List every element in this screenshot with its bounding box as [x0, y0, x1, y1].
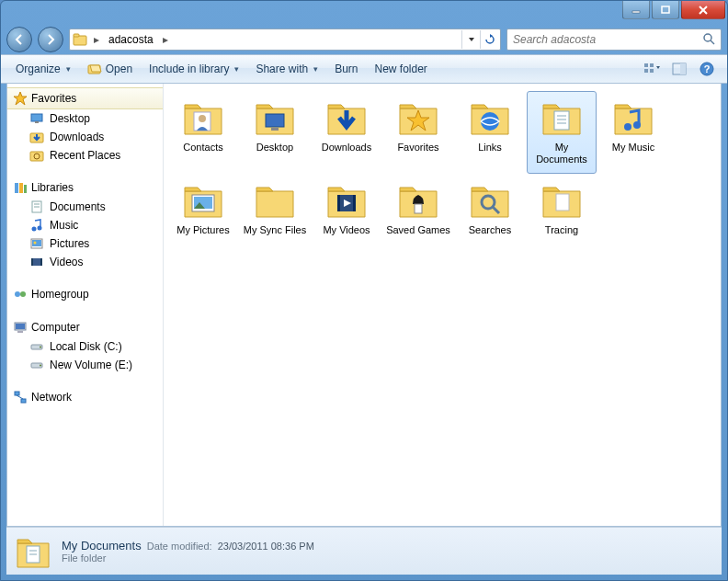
- address-bar[interactable]: ▸ adacosta ▸: [69, 28, 501, 51]
- item-my-sync[interactable]: My Sync Files: [240, 174, 310, 256]
- forward-button[interactable]: [38, 27, 63, 52]
- nav-documents[interactable]: Documents: [7, 198, 163, 216]
- help-button[interactable]: ?: [694, 58, 720, 80]
- svg-rect-10: [650, 69, 654, 73]
- nav-recent[interactable]: Recent Places: [7, 146, 163, 165]
- user-folder-icon: [72, 31, 88, 48]
- svg-rect-60: [337, 195, 340, 211]
- search-input[interactable]: [513, 33, 702, 46]
- svg-point-30: [34, 242, 37, 245]
- folder-icon: [611, 96, 655, 140]
- details-type: File folder: [62, 553, 314, 564]
- nav-local-disk-c[interactable]: Local Disk (C:): [7, 337, 163, 356]
- navigation-pane[interactable]: Favorites Desktop Downloads Recent Place…: [7, 84, 164, 526]
- videos-icon: [29, 255, 44, 269]
- documents-icon: [29, 199, 44, 214]
- share-with-button[interactable]: Share with: [248, 59, 325, 79]
- network-icon: [13, 390, 28, 404]
- nav-downloads[interactable]: Downloads: [7, 128, 163, 146]
- history-dropdown[interactable]: [461, 30, 480, 49]
- include-library-button[interactable]: Include in library: [142, 59, 246, 79]
- minimize-button[interactable]: [622, 1, 650, 19]
- body-area: Favorites Desktop Downloads Recent Place…: [6, 84, 722, 527]
- svg-point-40: [40, 347, 41, 348]
- item-my-music[interactable]: My Music: [598, 91, 668, 174]
- item-searches[interactable]: Searches: [455, 174, 525, 256]
- folder-icon: [253, 96, 297, 140]
- item-contacts[interactable]: Contacts: [168, 91, 238, 174]
- nav-network-header[interactable]: Network: [7, 387, 163, 407]
- maximize-button[interactable]: [652, 1, 679, 19]
- item-downloads[interactable]: Downloads: [312, 91, 381, 174]
- folder-icon: [468, 96, 512, 140]
- svg-point-55: [624, 123, 631, 131]
- content-area[interactable]: Contacts Desktop Downloads Favorites Lin…: [164, 84, 721, 526]
- item-my-documents[interactable]: My Documents: [527, 91, 597, 174]
- item-favorites[interactable]: Favorites: [383, 91, 453, 174]
- nav-libraries-header[interactable]: Libraries: [7, 177, 163, 198]
- libraries-icon: [13, 180, 28, 195]
- svg-text:?: ?: [704, 63, 711, 74]
- details-modified-value: 23/03/2011 08:36 PM: [218, 541, 314, 552]
- nav-computer-header[interactable]: Computer: [7, 317, 163, 337]
- folder-icon: [181, 178, 225, 222]
- search-icon: [702, 32, 715, 48]
- breadcrumb-separator[interactable]: ▸: [92, 33, 101, 46]
- svg-rect-44: [21, 399, 26, 403]
- svg-rect-49: [271, 128, 279, 131]
- item-saved-games[interactable]: Saved Games: [383, 174, 453, 256]
- view-options-button[interactable]: [639, 58, 665, 80]
- breadcrumb-current[interactable]: adacosta: [105, 33, 157, 46]
- new-folder-button[interactable]: New folder: [368, 59, 435, 79]
- svg-point-35: [20, 291, 26, 297]
- svg-rect-43: [15, 392, 19, 395]
- folder-icon: [468, 178, 512, 222]
- preview-pane-button[interactable]: [666, 58, 692, 80]
- svg-line-5: [711, 40, 714, 44]
- svg-rect-32: [31, 258, 33, 266]
- item-desktop[interactable]: Desktop: [240, 91, 310, 174]
- svg-point-27: [38, 226, 42, 231]
- organize-button[interactable]: Organize: [8, 59, 78, 79]
- folder-icon: [540, 96, 584, 140]
- item-tracing[interactable]: Tracing: [527, 174, 597, 256]
- toolbar: Organize Open Include in library Share w…: [1, 54, 727, 84]
- svg-rect-20: [15, 183, 18, 193]
- nav-videos[interactable]: Videos: [7, 253, 163, 271]
- nav-desktop[interactable]: Desktop: [7, 109, 163, 128]
- item-my-pictures[interactable]: My Pictures: [168, 174, 238, 256]
- svg-line-45: [17, 395, 23, 399]
- item-links[interactable]: Links: [455, 91, 525, 174]
- back-button[interactable]: [6, 27, 32, 52]
- breadcrumb-separator-end[interactable]: ▸: [161, 33, 170, 46]
- nav-homegroup-header[interactable]: Homegroup: [7, 284, 163, 304]
- music-icon: [29, 218, 44, 233]
- close-button[interactable]: [681, 1, 725, 19]
- svg-point-47: [199, 115, 206, 122]
- details-modified-label: Date modified:: [147, 541, 212, 552]
- svg-rect-21: [19, 183, 23, 193]
- svg-rect-22: [24, 185, 27, 193]
- details-text: My Documents Date modified: 23/03/2011 0…: [62, 539, 314, 564]
- item-my-videos[interactable]: My Videos: [312, 174, 381, 256]
- folder-icon: [396, 178, 440, 222]
- nav-new-volume-e[interactable]: New Volume (E:): [7, 356, 163, 374]
- burn-button[interactable]: Burn: [327, 59, 365, 79]
- nav-favorites-header[interactable]: Favorites: [7, 87, 163, 109]
- svg-rect-51: [554, 111, 569, 130]
- search-box[interactable]: [506, 28, 722, 51]
- svg-rect-62: [415, 204, 422, 213]
- address-bar-row: ▸ adacosta ▸: [1, 25, 727, 54]
- svg-rect-38: [17, 331, 23, 333]
- nav-pictures[interactable]: Pictures: [7, 234, 163, 253]
- open-button[interactable]: Open: [80, 57, 140, 82]
- svg-point-34: [15, 291, 20, 297]
- svg-rect-0: [632, 11, 640, 13]
- svg-point-56: [633, 121, 641, 129]
- nav-music[interactable]: Music: [7, 216, 163, 234]
- refresh-button[interactable]: [480, 30, 498, 49]
- details-folder-icon: [14, 532, 52, 571]
- star-icon: [13, 91, 28, 106]
- svg-rect-48: [266, 114, 284, 127]
- svg-rect-37: [16, 324, 25, 329]
